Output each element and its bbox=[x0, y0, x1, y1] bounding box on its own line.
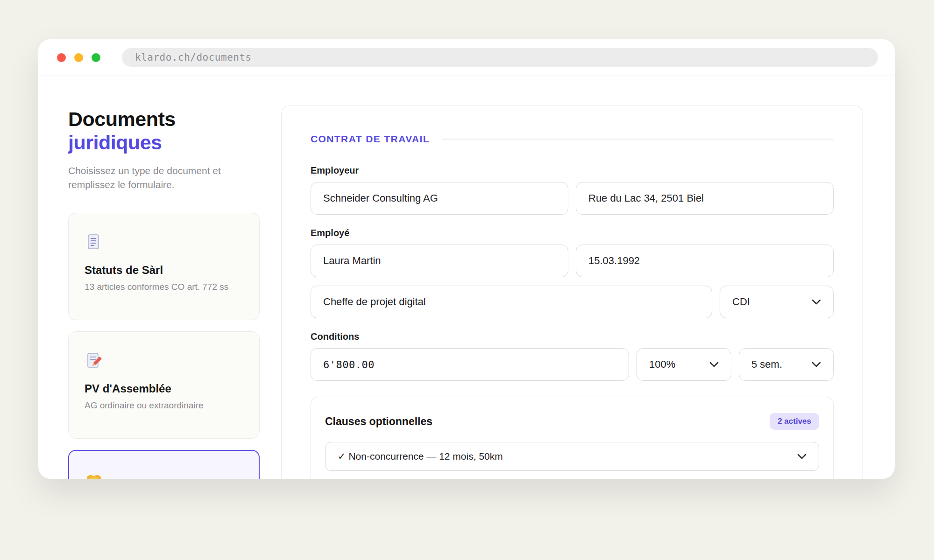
job-title-input[interactable]: Cheffe de projet digital bbox=[311, 286, 712, 318]
employer-address-value: Rue du Lac 34, 2501 Biel bbox=[588, 192, 704, 204]
sidebar: Documents juridiques Choisissez un type … bbox=[68, 105, 260, 479]
browser-window: klardo.ch/documents Documents juridiques… bbox=[38, 39, 895, 479]
doc-type-subtitle: AG ordinaire ou extraordinaire bbox=[85, 400, 243, 412]
clause-select[interactable]: ✓ Non-concurrence — 12 mois, 50km bbox=[325, 442, 819, 471]
workload-select[interactable]: 100% bbox=[637, 348, 731, 381]
page-title-line1: Documents bbox=[68, 108, 176, 130]
employee-name-value: Laura Martin bbox=[323, 255, 381, 267]
chevron-down-icon bbox=[709, 362, 719, 367]
page-content: Documents juridiques Choisissez un type … bbox=[38, 76, 895, 479]
document-icon bbox=[85, 233, 243, 252]
employee-name-input[interactable]: Laura Martin bbox=[311, 245, 568, 277]
chevron-down-icon bbox=[797, 454, 807, 459]
employer-name-value: Schneider Consulting AG bbox=[323, 192, 438, 204]
doc-type-subtitle: 13 articles conformes CO art. 772 ss bbox=[85, 281, 243, 293]
memo-pencil-icon bbox=[85, 351, 243, 371]
section-title: CONTRAT DE TRAVAIL bbox=[311, 133, 430, 145]
page-subtitle: Choisissez un type de document et rempli… bbox=[68, 164, 253, 192]
vacation-select[interactable]: 5 sem. bbox=[739, 348, 834, 381]
url-bar[interactable]: klardo.ch/documents bbox=[122, 48, 878, 67]
employee-label: Employé bbox=[311, 228, 834, 238]
doc-type-card-pv[interactable]: PV d'Assemblée AG ordinaire ou extraordi… bbox=[68, 331, 260, 439]
maximize-window-button[interactable] bbox=[92, 53, 100, 62]
employee-birthdate-value: 15.03.1992 bbox=[588, 255, 640, 267]
section-divider bbox=[442, 139, 834, 140]
doc-type-card-contrat[interactable] bbox=[68, 450, 260, 479]
workload-value: 100% bbox=[649, 358, 675, 371]
optional-clauses-card: Clauses optionnelles 2 actives ✓ Non-con… bbox=[311, 397, 834, 479]
contract-type-select[interactable]: CDI bbox=[720, 286, 834, 318]
job-title-value: Cheffe de projet digital bbox=[323, 296, 426, 308]
doc-type-title: PV d'Assemblée bbox=[85, 382, 243, 395]
section-header: CONTRAT DE TRAVAIL bbox=[311, 133, 834, 145]
clause-selected-value: ✓ Non-concurrence — 12 mois, 50km bbox=[338, 451, 503, 462]
url-text: klardo.ch/documents bbox=[135, 52, 252, 63]
minimize-window-button[interactable] bbox=[74, 53, 83, 62]
clauses-header: Clauses optionnelles 2 actives bbox=[325, 413, 819, 430]
page-title: Documents juridiques bbox=[68, 108, 260, 154]
contract-type-value: CDI bbox=[732, 296, 750, 308]
handshake-icon bbox=[85, 470, 243, 479]
clauses-title: Clauses optionnelles bbox=[325, 415, 432, 428]
conditions-label: Conditions bbox=[311, 331, 834, 342]
chevron-down-icon bbox=[812, 299, 821, 305]
chevron-down-icon bbox=[812, 362, 821, 367]
contract-form-card: CONTRAT DE TRAVAIL Employeur Schneider C… bbox=[281, 105, 863, 479]
employee-birthdate-input[interactable]: 15.03.1992 bbox=[576, 245, 834, 277]
vacation-value: 5 sem. bbox=[751, 358, 782, 371]
active-clauses-badge: 2 actives bbox=[770, 413, 819, 430]
salary-value: 6'800.00 bbox=[323, 359, 375, 371]
browser-titlebar: klardo.ch/documents bbox=[38, 39, 895, 76]
employer-name-input[interactable]: Schneider Consulting AG bbox=[311, 182, 568, 215]
window-controls bbox=[57, 53, 100, 62]
page-title-line2: juridiques bbox=[68, 131, 162, 154]
employer-address-input[interactable]: Rue du Lac 34, 2501 Biel bbox=[576, 182, 834, 215]
doc-type-card-statuts[interactable]: Statuts de Sàrl 13 articles conformes CO… bbox=[68, 213, 260, 320]
employer-label: Employeur bbox=[311, 165, 834, 176]
salary-input[interactable]: 6'800.00 bbox=[311, 348, 629, 381]
close-window-button[interactable] bbox=[57, 53, 66, 62]
doc-type-title: Statuts de Sàrl bbox=[85, 264, 243, 277]
